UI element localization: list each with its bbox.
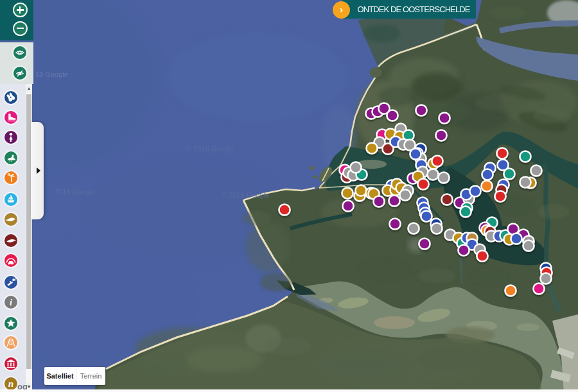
- svg-text:i: i: [10, 298, 12, 307]
- svg-text:© 2018 Google: © 2018 Google: [186, 145, 234, 153]
- svg-text:n: n: [8, 379, 13, 389]
- svg-text:18 Google: 18 Google: [35, 71, 68, 78]
- svg-text:© 2018 Google: © 2018 Google: [222, 191, 269, 199]
- svg-text:2018 Google: 2018 Google: [55, 188, 95, 196]
